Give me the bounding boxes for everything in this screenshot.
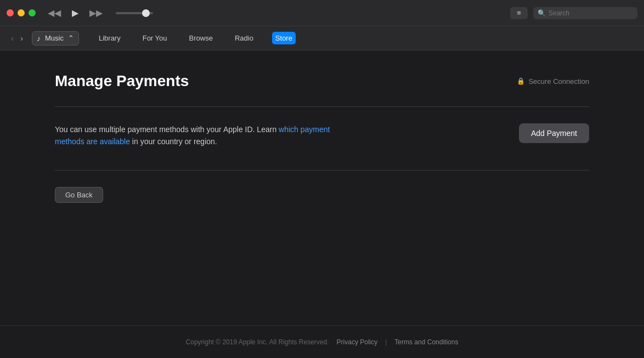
nav-for-you[interactable]: For You (139, 32, 171, 44)
nav-store[interactable]: Store (272, 32, 296, 44)
volume-track (116, 12, 153, 14)
nav-back-arrow[interactable]: ‹ (9, 32, 16, 44)
app-selector[interactable]: ♪ Music ⌃ (32, 31, 79, 46)
privacy-policy-link[interactable]: Privacy Policy (337, 338, 378, 346)
bottom-divider (55, 170, 589, 171)
content-area: You can use multiple payment methods wit… (55, 123, 589, 148)
search-input[interactable] (533, 7, 637, 19)
add-payment-button[interactable]: Add Payment (519, 123, 589, 143)
play-button[interactable]: ▶ (70, 7, 81, 19)
list-icon: ≡ (517, 9, 521, 17)
terms-and-conditions-link[interactable]: Terms and Conditions (394, 338, 458, 346)
page-header: Manage Payments 🔒 Secure Connection (55, 72, 589, 90)
nav-links: Library For You Browse Radio Store (95, 32, 296, 44)
titlebar-right: ≡ 🔍 (510, 7, 637, 19)
search-wrapper: 🔍 (533, 7, 637, 19)
lock-icon: 🔒 (517, 77, 525, 85)
app-note-icon: ♪ (37, 34, 41, 43)
footer-separator: | (385, 338, 387, 346)
playback-controls: ◀◀ ▶ ▶▶ (46, 7, 153, 19)
nav-library[interactable]: Library (95, 32, 124, 44)
titlebar: ◀◀ ▶ ▶▶ ≡ 🔍 (0, 0, 644, 26)
top-divider (55, 106, 589, 107)
navbar: ‹ › ♪ Music ⌃ Library For You Browse Rad… (0, 26, 644, 50)
go-back-button[interactable]: Go Back (55, 187, 103, 203)
nav-forward-arrow[interactable]: › (18, 32, 25, 44)
close-button[interactable] (7, 9, 14, 16)
fast-forward-button[interactable]: ▶▶ (87, 7, 105, 19)
body-text-1: You can use multiple payment methods wit… (55, 125, 279, 134)
minimize-button[interactable] (18, 9, 25, 16)
volume-knob (142, 9, 150, 17)
copyright-text: Copyright © 2019 Apple Inc. All Rights R… (186, 338, 329, 346)
secure-label: Secure Connection (528, 77, 589, 86)
main-content: Manage Payments 🔒 Secure Connection You … (0, 50, 644, 203)
app-selector-chevron: ⌃ (68, 34, 74, 42)
payment-description: You can use multiple payment methods wit… (55, 123, 351, 148)
footer: Copyright © 2019 Apple Inc. All Rights R… (0, 325, 644, 358)
volume-control[interactable] (116, 12, 153, 14)
list-view-button[interactable]: ≡ (510, 7, 528, 19)
body-text-2: in your country or region. (130, 137, 217, 146)
traffic-lights (7, 9, 36, 16)
nav-arrows: ‹ › (9, 32, 25, 44)
maximize-button[interactable] (29, 9, 36, 16)
app-name-label: Music (45, 34, 64, 42)
secure-connection: 🔒 Secure Connection (517, 77, 589, 86)
rewind-button[interactable]: ◀◀ (46, 7, 63, 19)
nav-browse[interactable]: Browse (186, 32, 216, 44)
nav-radio[interactable]: Radio (231, 32, 257, 44)
page-title: Manage Payments (55, 72, 189, 90)
